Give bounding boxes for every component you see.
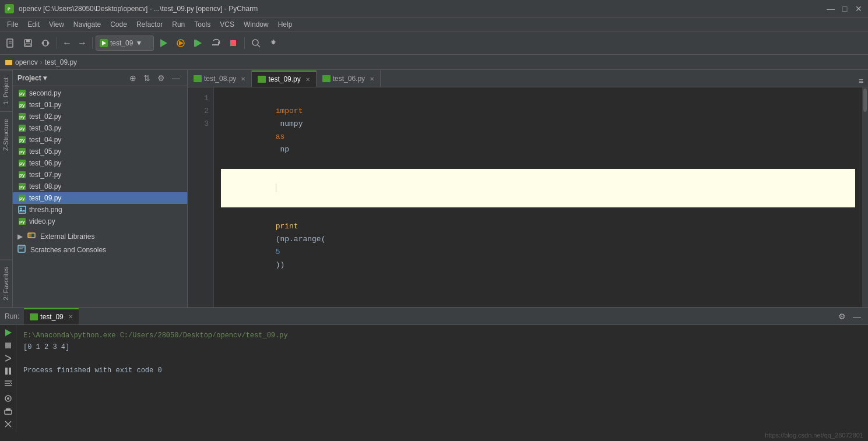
run-config-selector[interactable]: test_09 ▼ xyxy=(96,36,154,51)
tree-item-test08[interactable]: py test_08.py xyxy=(13,181,187,192)
tree-item-scratches[interactable]: Scratches and Consoles xyxy=(13,243,187,256)
py-file-icon: py xyxy=(17,136,27,144)
clear-output-button[interactable] xyxy=(2,419,15,429)
project-add-button[interactable]: ⊕ xyxy=(127,72,139,84)
forward-button[interactable]: → xyxy=(75,36,89,50)
file-name: test_04.py xyxy=(29,136,61,144)
svg-line-56 xyxy=(5,355,11,358)
tab-test09[interactable]: test_09.py ✕ xyxy=(252,70,316,87)
maximize-button[interactable]: □ xyxy=(840,4,849,13)
left-side-tabs: 1: Project Z-Structure 2: Favorites xyxy=(0,70,13,307)
image-file-icon xyxy=(17,206,27,214)
title-bar: P opencv [C:\Users\28050\Desktop\opencv]… xyxy=(0,0,868,17)
svg-rect-65 xyxy=(5,410,12,414)
tree-item-test03[interactable]: py test_03.py xyxy=(13,122,187,134)
scrollbar-thumb[interactable] xyxy=(863,89,867,112)
tab-close-icon[interactable]: ✕ xyxy=(241,76,245,82)
tree-item-test02[interactable]: py test_02.py xyxy=(13,111,187,122)
py-file-icon: py xyxy=(17,171,27,179)
menu-window[interactable]: Window xyxy=(239,19,273,30)
svg-marker-10 xyxy=(102,41,106,45)
cursor xyxy=(276,184,276,192)
step-over-button[interactable] xyxy=(208,35,224,51)
tab-test06[interactable]: test_06.py ✕ xyxy=(317,70,381,87)
scroll-to-end-button[interactable] xyxy=(2,353,15,364)
search-everywhere-button[interactable] xyxy=(248,35,264,51)
tab-label: test_06.py xyxy=(333,75,365,83)
tree-item-test09[interactable]: py test_09.py xyxy=(13,192,187,204)
run-settings-side-button[interactable] xyxy=(2,393,15,404)
close-button[interactable]: ✕ xyxy=(854,4,863,13)
run-with-coverage-button[interactable] xyxy=(190,35,206,51)
menu-run[interactable]: Run xyxy=(167,19,189,30)
svg-rect-18 xyxy=(230,40,236,46)
menu-view[interactable]: View xyxy=(44,19,69,30)
tree-item-test04[interactable]: py test_04.py xyxy=(13,134,187,146)
run-minimize-button[interactable]: — xyxy=(851,311,863,322)
svg-text:py: py xyxy=(19,161,25,166)
py-file-icon: py xyxy=(17,194,27,202)
wrap-output-button[interactable] xyxy=(2,379,15,389)
new-file-button[interactable] xyxy=(2,35,19,51)
tree-item-external-libs[interactable]: ▶ External Libraries xyxy=(13,230,187,243)
pause-button[interactable] xyxy=(2,366,15,376)
tree-item-video[interactable]: py video.py xyxy=(13,216,187,227)
tab-file-icon xyxy=(322,75,331,82)
favorites-panel-tab[interactable]: 2: Favorites xyxy=(0,259,12,307)
tab-test08[interactable]: test_08.py ✕ xyxy=(188,70,252,87)
run-config-name: test_09 xyxy=(110,39,133,47)
code-editor[interactable]: import numpy as np print (np.arange( 5 )… xyxy=(214,87,862,307)
menu-navigate[interactable]: Navigate xyxy=(69,19,106,30)
svg-text:py: py xyxy=(19,126,25,131)
run-tab-close-icon[interactable]: ✕ xyxy=(68,313,73,320)
tree-item-test01[interactable]: py test_01.py xyxy=(13,99,187,111)
run-again-button[interactable] xyxy=(2,327,15,338)
recent-files-button[interactable]: ≡ xyxy=(856,75,866,87)
debug-button[interactable] xyxy=(173,35,189,51)
menu-file[interactable]: File xyxy=(2,19,23,30)
settings-button[interactable] xyxy=(265,35,282,51)
tree-item-secondpy[interactable]: py second.py xyxy=(13,87,187,99)
keyword-as: as xyxy=(276,132,285,141)
tree-item-test05[interactable]: py test_05.py xyxy=(13,146,187,157)
sync-button[interactable] xyxy=(37,35,54,51)
run-content: E:\Anaconda\python.exe C:/Users/28050/De… xyxy=(0,325,868,432)
project-panel-tab[interactable]: 1: Project xyxy=(0,70,12,111)
tab-close-icon[interactable]: ✕ xyxy=(305,76,310,83)
stop-run-button[interactable] xyxy=(2,340,15,351)
tab-close-icon[interactable]: ✕ xyxy=(370,76,374,82)
tree-item-thresh[interactable]: thresh.png xyxy=(13,204,187,216)
svg-marker-13 xyxy=(179,41,184,45)
menu-tools[interactable]: Tools xyxy=(189,19,215,30)
minimize-button[interactable]: — xyxy=(826,4,835,13)
project-scroll-button[interactable]: ⇅ xyxy=(141,72,153,84)
breadcrumb-file[interactable]: test_09.py xyxy=(45,58,77,66)
back-button[interactable]: ← xyxy=(60,36,74,50)
file-name: test_03.py xyxy=(29,124,61,132)
stop-button[interactable] xyxy=(225,35,241,51)
menu-edit[interactable]: Edit xyxy=(23,19,44,30)
menu-vcs[interactable]: VCS xyxy=(215,19,239,30)
breadcrumb-root[interactable]: opencv xyxy=(15,58,38,66)
window-title: opencv [C:\Users\28050\Desktop\opencv] -… xyxy=(19,5,863,13)
project-settings-button[interactable]: ⚙ xyxy=(155,72,167,84)
code-line-1: import numpy as np xyxy=(221,92,855,169)
print-button[interactable] xyxy=(2,406,15,417)
menu-refactor[interactable]: Refactor xyxy=(132,19,167,30)
run-tab-test09[interactable]: test_09 ✕ xyxy=(24,308,78,324)
run-tab-icon xyxy=(30,313,38,320)
editor-scrollbar[interactable] xyxy=(862,87,868,307)
save-button[interactable] xyxy=(20,35,36,51)
run-button[interactable] xyxy=(155,35,171,51)
menu-code[interactable]: Code xyxy=(106,19,132,30)
tree-item-test07[interactable]: py test_07.py xyxy=(13,169,187,181)
editor-content[interactable]: 1 2 3 import numpy as np print xyxy=(188,87,868,307)
structure-panel-tab[interactable]: Z-Structure xyxy=(0,111,12,158)
run-settings-button[interactable]: ⚙ xyxy=(836,311,848,322)
project-hide-button[interactable]: — xyxy=(170,72,182,84)
svg-marker-54 xyxy=(5,329,12,336)
tree-item-test06[interactable]: py test_06.py xyxy=(13,157,187,169)
code-numpy: numpy xyxy=(276,119,308,128)
menu-help[interactable]: Help xyxy=(273,19,297,30)
py-file-icon: py xyxy=(17,112,27,121)
